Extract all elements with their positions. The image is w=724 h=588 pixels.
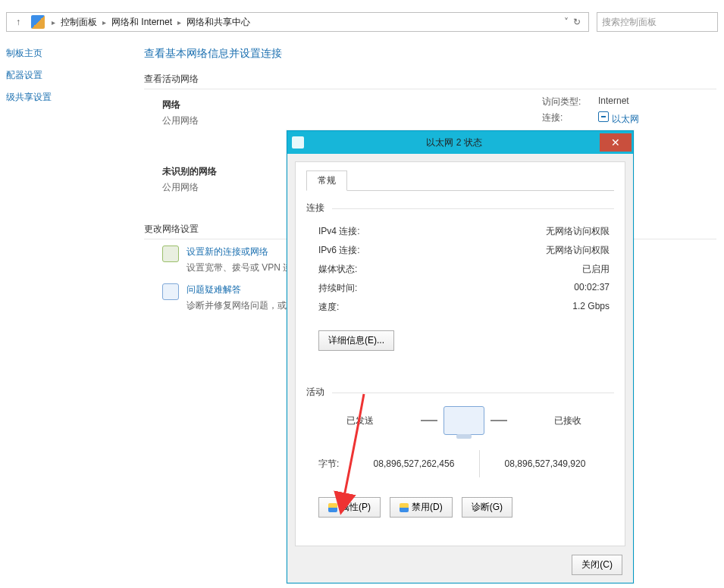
connection-label: 连接: — [542, 111, 588, 126]
refresh-icon[interactable]: ↻ — [573, 17, 581, 27]
crumb-sep: ▸ — [49, 18, 58, 27]
dropdown-icon[interactable]: ˅ — [564, 17, 569, 27]
control-panel-icon — [31, 15, 45, 29]
ipv4-value: 无网络访问权限 — [546, 225, 610, 238]
sidebar-item-sharing[interactable]: 级共享设置 — [6, 86, 127, 108]
dialog-body: 常规 连接 IPv4 连接:无网络访问权限 IPv6 连接:无网络访问权限 媒体… — [295, 161, 625, 546]
recv-label: 已接收 — [526, 414, 610, 427]
shield-icon — [400, 503, 409, 512]
up-icon[interactable]: ↑ — [10, 17, 27, 27]
access-type-label: 访问类型: — [542, 95, 588, 108]
crumb-sep: ▸ — [100, 18, 108, 27]
sent-bytes: 08,896,527,262,456 — [349, 458, 478, 469]
page-title: 查看基本网络信息并设置连接 — [144, 42, 716, 68]
connection-link[interactable]: 以太网 — [598, 111, 639, 126]
access-type-value: Internet — [598, 95, 629, 108]
ethernet-icon — [598, 111, 609, 122]
dialog-title: 以太网 2 状态 — [309, 136, 600, 149]
crumb-control-panel[interactable]: 控制面板 — [59, 16, 99, 29]
setup-icon — [162, 246, 179, 262]
crumb-sep: ▸ — [175, 18, 183, 27]
address-bar[interactable]: ↑ ▸ 控制面板 ▸ 网络和 Internet ▸ 网络和共享中心 ˅ ↻ — [6, 12, 589, 32]
details-button[interactable]: 详细信息(E)... — [318, 330, 394, 351]
bytes-label: 字节: — [318, 458, 349, 471]
speed-label: 速度: — [318, 301, 339, 314]
search-input[interactable]: 搜索控制面板 — [597, 12, 718, 32]
task-desc: 设置宽带、拨号或 VPN 连 — [186, 258, 292, 274]
dialog-icon — [292, 136, 304, 149]
duration-value: 00:02:37 — [574, 282, 610, 295]
media-label: 媒体状态: — [318, 263, 357, 276]
task-desc: 诊断并修复网络问题，或者 — [186, 296, 296, 312]
task-title: 设置新的连接或网络 — [186, 246, 292, 258]
section-activity: 活动 — [306, 386, 614, 399]
diagnose-button[interactable]: 诊断(G) — [462, 497, 512, 518]
speed-value: 1.2 Gbps — [572, 301, 610, 314]
crumb-network-internet[interactable]: 网络和 Internet — [110, 16, 174, 29]
troubleshoot-icon — [162, 283, 179, 300]
sidebar-item-adapter[interactable]: 配器设置 — [6, 64, 127, 86]
computer-icon — [443, 406, 484, 435]
task-title: 问题疑难解答 — [186, 283, 296, 296]
ipv4-label: IPv4 连接: — [318, 225, 360, 238]
search-placeholder: 搜索控制面板 — [602, 16, 657, 29]
ipv6-label: IPv6 连接: — [318, 244, 360, 257]
sidebar: 制板主页 配器设置 级共享设置 — [6, 42, 127, 108]
properties-button[interactable]: 属性(P) — [318, 497, 381, 518]
group-active-networks: 查看活动网络 — [144, 68, 716, 89]
crumb-sharing-center[interactable]: 网络和共享中心 — [185, 16, 252, 29]
tab-strip: 常规 — [306, 170, 614, 191]
sidebar-item-home[interactable]: 制板主页 — [6, 42, 127, 64]
recv-bytes: 08,896,527,349,920 — [481, 458, 610, 469]
duration-label: 持续时间: — [318, 282, 357, 295]
separator — [479, 450, 480, 477]
close-button[interactable]: ✕ — [600, 133, 632, 152]
shield-icon — [328, 503, 337, 512]
activity-icon — [421, 406, 507, 435]
dialog-titlebar[interactable]: 以太网 2 状态 ✕ — [287, 131, 633, 154]
close-dialog-button[interactable]: 关闭(C) — [572, 555, 622, 575]
ethernet-status-dialog: 以太网 2 状态 ✕ 常规 连接 IPv4 连接:无网络访问权限 IPv6 连接… — [287, 130, 634, 583]
tab-general[interactable]: 常规 — [306, 170, 347, 191]
sent-label: 已发送 — [318, 414, 402, 427]
network-access-info: 访问类型: Internet 连接: 以太网 — [542, 94, 639, 127]
section-connection: 连接 — [306, 202, 614, 214]
media-value: 已启用 — [582, 263, 610, 276]
disable-button[interactable]: 禁用(D) — [390, 497, 453, 518]
ipv6-value: 无网络访问权限 — [546, 244, 610, 257]
